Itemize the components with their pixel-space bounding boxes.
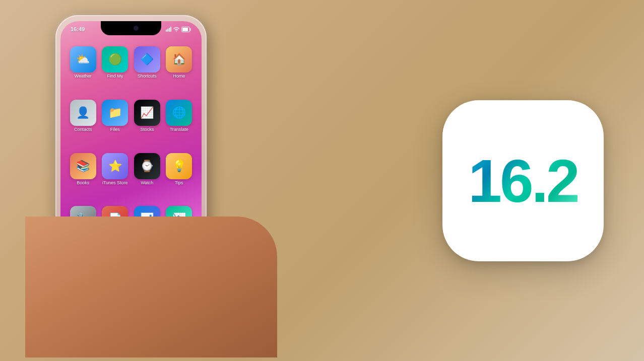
- app-icon-image: 🌐: [166, 100, 192, 126]
- ios-version-text: 16.2: [468, 151, 578, 211]
- app-icon-image: 🏠: [166, 46, 192, 73]
- app-icon[interactable]: ⭐iTunes Store: [101, 153, 130, 202]
- battery-icon: [181, 27, 191, 32]
- app-icon-image: 📈: [134, 100, 160, 126]
- app-icon[interactable]: 🌐Translate: [165, 100, 194, 149]
- app-icon-label: Books: [77, 181, 89, 186]
- status-time: 16:49: [71, 26, 85, 32]
- app-icon-label: Stocks: [140, 127, 154, 132]
- app-icon-label: Watch: [141, 181, 153, 186]
- status-icons: [166, 27, 191, 32]
- app-icon[interactable]: 📈Stocks: [133, 100, 161, 149]
- app-icon-label: Home: [173, 74, 185, 79]
- app-icon-image: 🟢: [102, 46, 128, 73]
- app-icon[interactable]: ⛅Weather: [69, 46, 97, 96]
- app-icon[interactable]: 💡Tips: [165, 153, 194, 202]
- app-icon-label: Find My: [107, 74, 123, 79]
- app-icon-image: 📚: [70, 153, 96, 179]
- notch: [101, 21, 161, 35]
- app-icon-label: iTunes Store: [102, 181, 128, 186]
- app-icon-image: 👤: [70, 100, 96, 126]
- app-icon[interactable]: 🟢Find My: [101, 46, 130, 96]
- app-icon-label: Contacts: [74, 127, 92, 132]
- app-icon[interactable]: 🏠Home: [165, 46, 194, 96]
- app-icon[interactable]: 👤Contacts: [69, 100, 97, 149]
- app-icon-image: ⭐: [102, 153, 128, 179]
- wifi-icon: [173, 27, 180, 32]
- app-icon-label: Translate: [170, 127, 188, 132]
- app-icon[interactable]: 📁Files: [101, 100, 130, 149]
- app-icon-image: 📁: [102, 100, 128, 126]
- app-icon-label: Weather: [75, 74, 92, 79]
- app-icon[interactable]: 📚Books: [69, 153, 97, 202]
- app-icon-image: ⌚: [134, 153, 160, 179]
- camera-dot: [134, 26, 139, 31]
- app-icon-label: Shortcuts: [138, 74, 157, 79]
- app-icon-image: 💡: [166, 153, 192, 179]
- app-icon-label: Files: [110, 127, 120, 132]
- app-icon-image: 🔷: [134, 46, 160, 73]
- ios-badge: 16.2: [442, 100, 604, 261]
- app-icon-label: Tips: [175, 181, 183, 186]
- signal-icon: [166, 27, 171, 32]
- app-icon[interactable]: 🔷Shortcuts: [133, 46, 161, 96]
- hand-bottom: [25, 216, 277, 357]
- app-icon[interactable]: ⌚Watch: [133, 153, 161, 202]
- iphone-wrapper: 16:49: [25, 5, 237, 357]
- app-icon-image: ⛅: [70, 46, 96, 73]
- svg-rect-1: [182, 28, 188, 31]
